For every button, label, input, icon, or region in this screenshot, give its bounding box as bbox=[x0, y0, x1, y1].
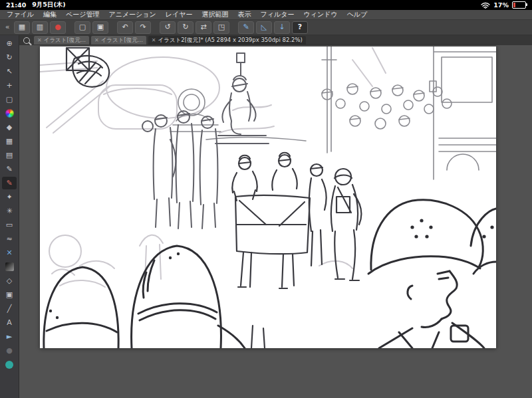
fit-zoom-button[interactable] bbox=[21, 36, 32, 45]
document-area: ✕ イラスト[復元... ✕ イラスト[復元... ✕ イラスト2[復元]* (… bbox=[19, 35, 532, 398]
rotate-right-icon[interactable]: ↻ bbox=[178, 21, 194, 34]
menu-bar: ファイル 編集 ページ管理 アニメーション レイヤー 選択範囲 表示 フィルター… bbox=[0, 10, 532, 20]
sub-palette-icon[interactable]: ▤ bbox=[2, 149, 17, 161]
arrow-pointer-tool-icon[interactable]: ► bbox=[2, 330, 17, 343]
close-tab-icon[interactable]: ✕ bbox=[94, 37, 99, 43]
clip-studio-app: 21:40 9月5日(木) 17% ファイル 編集 ページ管理 アニメーション … bbox=[0, 0, 532, 398]
download-icon[interactable]: ↓ bbox=[274, 21, 290, 34]
content-area: ⊕ ↻ ↖ + ▢ ◆ ▦ ▤ ✎ ✎ ✦ ✳ ▭ ≈ ✕ ◇ ▣ ╱ A ► … bbox=[0, 35, 532, 398]
marquee-select-tool-icon[interactable]: ▢ bbox=[2, 93, 17, 106]
special-teal-tool-icon[interactable] bbox=[2, 358, 17, 371]
sketch-drawing bbox=[40, 47, 496, 348]
battery-percent: 17% bbox=[493, 1, 509, 9]
gradient-tool-icon[interactable] bbox=[2, 260, 17, 273]
fill-tool-icon[interactable]: ✕ bbox=[2, 247, 17, 259]
menu-selection[interactable]: 選択範囲 bbox=[202, 10, 229, 19]
airbrush-tool-icon[interactable]: ✦ bbox=[2, 191, 17, 203]
redo-icon[interactable]: ↷ bbox=[135, 21, 151, 34]
status-date: 9月5日(木) bbox=[32, 1, 65, 9]
pen-settings-icon[interactable]: ✎ bbox=[238, 21, 254, 34]
status-bar: 21:40 9月5日(木) 17% bbox=[0, 0, 532, 10]
pen-tool-icon[interactable]: ✎ bbox=[2, 163, 17, 175]
menu-page-manage[interactable]: ページ管理 bbox=[66, 10, 99, 19]
menu-filter[interactable]: フィルター bbox=[261, 10, 295, 19]
eraser-tool-icon[interactable]: ▭ bbox=[2, 219, 17, 231]
flip-horizontal-icon[interactable]: ⇄ bbox=[196, 21, 211, 34]
document-tab-bar: ✕ イラスト[復元... ✕ イラスト[復元... ✕ イラスト2[復元]* (… bbox=[19, 35, 532, 45]
wifi-icon bbox=[481, 2, 490, 9]
menu-layer[interactable]: レイヤー bbox=[166, 10, 193, 19]
menu-edit[interactable]: 編集 bbox=[43, 10, 57, 19]
status-time: 21:40 bbox=[6, 1, 26, 9]
color-set-icon[interactable]: ▦ bbox=[2, 135, 17, 148]
rotate-left-icon[interactable]: ↺ bbox=[160, 21, 176, 34]
tool-sidebar: ⊕ ↻ ↖ + ▢ ◆ ▦ ▤ ✎ ✎ ✦ ✳ ▭ ≈ ✕ ◇ ▣ ╱ A ► … bbox=[0, 35, 19, 398]
new-page-icon[interactable]: ▢ bbox=[74, 21, 90, 34]
close-tab-icon[interactable]: ✕ bbox=[37, 37, 42, 43]
color-wheel-icon[interactable] bbox=[2, 107, 17, 120]
move-tool-icon[interactable]: + bbox=[2, 79, 17, 92]
record-icon[interactable]: ● bbox=[50, 21, 66, 34]
document-tab-2[interactable]: ✕ イラスト[復元... bbox=[91, 36, 146, 45]
decoration-tool-icon[interactable]: ✳ bbox=[2, 205, 17, 217]
add-page-icon[interactable]: ▣ bbox=[92, 21, 108, 34]
grid-view-icon[interactable]: ▦ bbox=[14, 21, 30, 34]
command-bar: « ▦ ▥ ● ▢ ▣ ↶ ↷ ↺ ↻ ⇄ ◳ ✎ ◺ ↓ ? bbox=[0, 20, 532, 35]
tab-label: イラスト2[復元]* (A5 2894 x 2039px 350dpi 82.2… bbox=[158, 37, 303, 45]
magnifier-icon bbox=[23, 37, 30, 44]
ruler-icon[interactable]: ◺ bbox=[256, 21, 272, 34]
ruler-tool-icon[interactable]: ╱ bbox=[2, 302, 17, 315]
figure-tool-icon[interactable]: ◇ bbox=[2, 274, 17, 287]
menu-animation[interactable]: アニメーション bbox=[108, 10, 156, 19]
frame-border-tool-icon[interactable]: ▣ bbox=[2, 288, 17, 301]
menu-window[interactable]: ウィンドウ bbox=[303, 10, 337, 19]
battery-icon bbox=[512, 1, 526, 9]
crop-icon[interactable]: ◳ bbox=[213, 21, 229, 34]
document-tab-1[interactable]: ✕ イラスト[復元... bbox=[34, 36, 89, 45]
operation-tool-icon[interactable]: ↖ bbox=[2, 65, 17, 78]
tab-label: イラスト[復元... bbox=[44, 37, 86, 45]
workspace-icon[interactable]: ▥ bbox=[32, 21, 48, 34]
document-tab-active[interactable]: ✕ イラスト2[復元]* (A5 2894 x 2039px 350dpi 82… bbox=[148, 36, 306, 45]
menu-file[interactable]: ファイル bbox=[7, 10, 34, 19]
tab-label: イラスト[復元... bbox=[101, 37, 143, 45]
undo-icon[interactable]: ↶ bbox=[117, 21, 133, 34]
close-tab-icon[interactable]: ✕ bbox=[152, 37, 156, 43]
blend-tool-icon[interactable]: ≈ bbox=[2, 233, 17, 245]
zoom-tool-icon[interactable]: ⊕ bbox=[2, 37, 17, 50]
canvas-artwork[interactable] bbox=[40, 47, 496, 348]
help-icon[interactable]: ? bbox=[292, 21, 308, 34]
menu-help[interactable]: ヘルプ bbox=[347, 10, 368, 19]
text-tool-icon[interactable]: A bbox=[2, 316, 17, 329]
menu-view[interactable]: 表示 bbox=[238, 10, 251, 19]
shape-dark-tool-icon[interactable]: ● bbox=[2, 344, 17, 357]
brush-tool-icon[interactable]: ✎ bbox=[2, 177, 17, 189]
navigate-tool-icon[interactable]: ↻ bbox=[2, 51, 17, 64]
collapse-panel-icon[interactable]: « bbox=[3, 22, 12, 33]
eyedropper-tool-icon[interactable]: ◆ bbox=[2, 121, 17, 134]
